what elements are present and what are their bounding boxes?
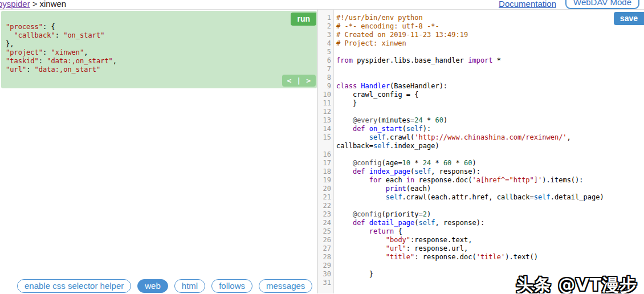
line-number: 5 <box>317 48 335 56</box>
code-token <box>336 116 353 124</box>
code-token: } <box>336 270 373 278</box>
code-line-text: @every(minutes=24 * 60) <box>335 116 644 125</box>
code-token: from <box>336 56 353 64</box>
code-token: } <box>336 99 357 107</box>
line-number: 25 <box>317 227 335 236</box>
line-number: 29 <box>317 262 335 270</box>
code-token: def <box>353 125 365 133</box>
html-button[interactable]: html <box>174 279 205 293</box>
code-token: ).text() <box>505 253 538 261</box>
webdav-mode-button[interactable]: WebDAV Mode <box>565 0 639 9</box>
line-number: 1 <box>317 14 335 22</box>
debug-left-panel: run "process": { "callback": "on_start"}… <box>0 10 317 293</box>
code-editor[interactable]: save 1#!/usr/bin/env python2# -*- encodi… <box>317 10 644 293</box>
code-line-text: # Project: xinwen <box>335 39 644 48</box>
documentation-link[interactable]: Documentation <box>499 0 556 9</box>
code-line-text: return { <box>335 227 644 236</box>
code-token <box>336 236 386 244</box>
code-token: (minutes= <box>377 116 414 124</box>
code-token: }, <box>6 40 14 48</box>
code-token: self <box>386 193 402 201</box>
code-token: pyspider.libs.base_handler <box>353 56 468 64</box>
code-token <box>336 125 353 133</box>
code-token: index_page <box>369 168 410 175</box>
line-number: 26 <box>317 236 335 244</box>
web-button[interactable]: web <box>137 279 168 293</box>
line-number: 20 <box>317 185 335 193</box>
task-json-line: "project": "xinwen", <box>6 48 312 57</box>
code-line-text <box>335 108 644 116</box>
code-line: 12 <box>317 108 644 116</box>
enable-css-selector-helper-button[interactable]: enable css selector helper <box>17 279 131 293</box>
code-token: * <box>410 159 423 167</box>
code-token <box>336 253 386 261</box>
code-token: class <box>336 82 357 90</box>
code-token: @config <box>353 210 382 218</box>
task-json-line: }, <box>6 40 312 48</box>
code-line: 3# Created on 2019-11-23 13:49:19 <box>317 31 644 39</box>
code-line-text <box>335 150 644 159</box>
code-token: on_start <box>369 125 402 133</box>
code-line-text: def index_page(self, response): <box>335 168 644 176</box>
line-number: 15 <box>317 133 335 150</box>
code-token: .crawl( <box>386 133 415 141</box>
code-token: ( <box>414 219 418 227</box>
code-line: 15 self.crawl('http://www.chinashina.com… <box>317 133 644 150</box>
line-number: 28 <box>317 253 335 262</box>
code-line: 18 def index_page(self, response): <box>317 168 644 176</box>
run-button[interactable]: run <box>291 13 316 26</box>
prev-task-button[interactable]: < <box>287 76 292 85</box>
code-line: 26 "body":response.text, <box>317 236 644 244</box>
code-line: 14 def on_start(self): <box>317 125 644 133</box>
code-token <box>336 219 353 227</box>
code-line: 21 self.crawl(each.attr.href, callback=s… <box>317 193 644 202</box>
messages-button[interactable]: messages <box>259 279 312 293</box>
code-line: 9class Handler(BaseHandler): <box>317 82 644 91</box>
line-number: 16 <box>317 150 335 159</box>
line-number: 11 <box>317 99 335 108</box>
code-token: : <box>43 48 51 56</box>
next-task-button[interactable]: > <box>306 76 311 85</box>
code-token: : <box>55 31 63 39</box>
code-token: "on_start" <box>63 31 104 39</box>
task-editor[interactable]: run "process": { "callback": "on_start"}… <box>1 11 317 88</box>
line-number: 6 <box>317 56 335 65</box>
watermark: 头条 @VT漫步 <box>516 280 637 289</box>
code-token: ( <box>402 125 406 133</box>
line-number: 17 <box>317 159 335 168</box>
code-token: "data:,on_start" <box>47 57 113 65</box>
code-token: (age= <box>381 159 402 167</box>
code-line: 19 for each in response.doc('a[href^="ht… <box>317 176 644 185</box>
code-line-text <box>335 48 644 56</box>
follows-button[interactable]: follows <box>211 279 252 293</box>
line-number: 8 <box>317 74 335 82</box>
code-lines: 1#!/usr/bin/env python2# -*- encoding: u… <box>317 10 644 287</box>
code-token: 60 <box>464 159 472 167</box>
code-token: , response): <box>435 219 484 227</box>
line-number: 14 <box>317 125 335 133</box>
code-token: self <box>369 133 386 141</box>
line-number: 7 <box>317 65 335 74</box>
code-token: : <box>26 66 34 74</box>
code-line: 17 @config(age=10 * 24 * 60 * 60) <box>317 159 644 168</box>
line-number: 19 <box>317 176 335 185</box>
code-token: response.doc( <box>414 176 472 184</box>
save-button[interactable]: save <box>614 12 644 25</box>
line-number: 24 <box>317 219 335 227</box>
breadcrumb-separator: > <box>30 0 40 9</box>
code-token: 'http://www.chinashina.com/rexinwen/' <box>414 133 566 141</box>
code-line-text: "body":response.text, <box>335 236 644 244</box>
code-token: self <box>373 142 390 150</box>
breadcrumb-app-link[interactable]: pyspider <box>0 0 30 9</box>
task-json-line: "taskid": "data:,on_start", <box>6 57 312 66</box>
code-token <box>6 31 14 39</box>
code-line-text: print(each) <box>335 185 644 193</box>
code-token: 'title' <box>476 253 506 261</box>
code-token: def <box>353 168 365 175</box>
line-number: 12 <box>317 108 335 116</box>
code-token: * <box>423 116 435 124</box>
code-token: self <box>414 168 431 175</box>
line-number: 18 <box>317 168 335 176</box>
code-line-text: for each in response.doc('a[href^="http"… <box>335 176 644 185</box>
line-number: 2 <box>317 22 335 31</box>
